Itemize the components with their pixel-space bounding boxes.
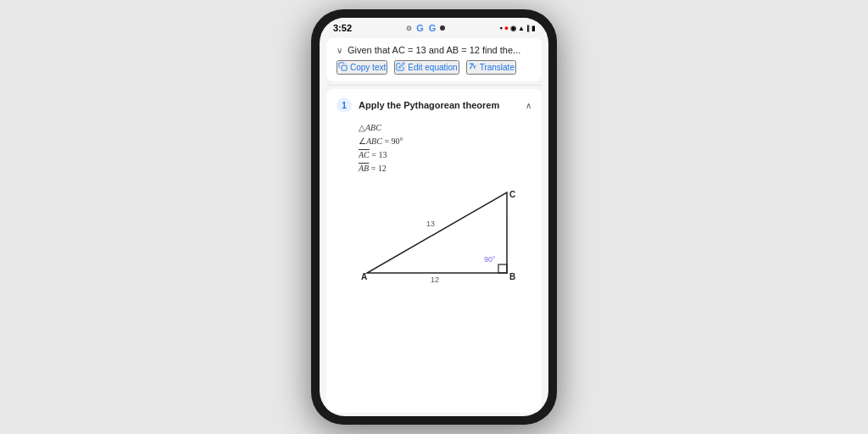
triangle-svg: A B C 13 12 90° [359, 184, 528, 286]
dot-icon [440, 25, 445, 31]
edit-equation-label: Edit equation [408, 63, 457, 72]
translate-icon [468, 62, 477, 73]
battery-icon: ▪ [499, 24, 502, 32]
copy-text-label: Copy text [350, 63, 386, 72]
location-icon: ◉ [510, 25, 516, 32]
translate-button[interactable]: Translate [466, 60, 516, 75]
edit-icon [396, 62, 405, 73]
triangle-diagram: A B C 13 12 90° [359, 184, 531, 289]
triangle-notation: △ABC [359, 121, 531, 135]
main-content: 1 Apply the Pythagorean theorem ∧ △ABC ∠… [326, 89, 542, 413]
copy-text-button[interactable]: Copy text [337, 60, 387, 75]
vertex-c-label: C [509, 190, 515, 199]
settings-icon: ⊙ [406, 25, 412, 32]
phone-screen: 3:52 ⊙ G G ▪ ● ◉ ▲ ∥ ▮ ∨ Given that AC =… [320, 18, 548, 416]
svg-rect-0 [342, 65, 347, 70]
action-buttons-row: Copy text Edit equation [337, 60, 531, 78]
math-content: △ABC ∠ABC = 90° AC = 13 AB = 12 [359, 121, 531, 175]
side-ab-label: 12 [431, 275, 439, 284]
edit-equation-button[interactable]: Edit equation [394, 60, 459, 75]
status-bar: 3:52 ⊙ G G ▪ ● ◉ ▲ ∥ ▮ [320, 18, 548, 35]
phone-frame: 3:52 ⊙ G G ▪ ● ◉ ▲ ∥ ▮ ∨ Given that AC =… [311, 9, 557, 425]
notification-icon: ● [504, 24, 509, 32]
status-right-icons: ▪ ● ◉ ▲ ∥ ▮ [499, 24, 535, 32]
search-query[interactable]: ∨ Given that AC = 13 and AB = 12 find th… [337, 45, 531, 55]
right-angle-indicator [498, 264, 507, 273]
status-center-icons: ⊙ G G [406, 23, 445, 33]
step-left: 1 Apply the Pythagorean theorem [337, 97, 499, 113]
step-number: 1 [337, 97, 352, 113]
angle-equation: ∠ABC = 90° [359, 135, 531, 148]
side-ac-label: 13 [426, 220, 435, 228]
ac-label: AC [359, 150, 370, 159]
google-g2-icon: G [429, 23, 437, 33]
status-time: 3:52 [333, 23, 352, 33]
ab-equation: AB = 12 [359, 162, 531, 175]
google-g-icon: G [416, 23, 424, 33]
search-area: ∨ Given that AC = 13 and AB = 12 find th… [326, 38, 542, 81]
vertex-b-label: B [509, 272, 515, 281]
ac-equation: AC = 13 [359, 148, 531, 162]
ab-label: AB [359, 164, 369, 173]
query-text: Given that AC = 13 and AB = 12 find the.… [348, 45, 520, 55]
collapse-icon[interactable]: ∧ [526, 101, 531, 110]
translate-label: Translate [480, 63, 515, 72]
angle-label: 90° [484, 255, 496, 264]
signal-icon: ▲ [518, 25, 525, 32]
chevron-down-icon[interactable]: ∨ [337, 46, 342, 55]
step-title: Apply the Pythagorean theorem [359, 100, 499, 110]
copy-icon [338, 62, 348, 73]
battery-full-icon: ▮ [531, 25, 535, 32]
wifi-icon: ∥ [526, 25, 530, 32]
vertex-a-label: A [361, 272, 367, 281]
step-header: 1 Apply the Pythagorean theorem ∧ [337, 97, 531, 113]
divider [326, 85, 542, 86]
